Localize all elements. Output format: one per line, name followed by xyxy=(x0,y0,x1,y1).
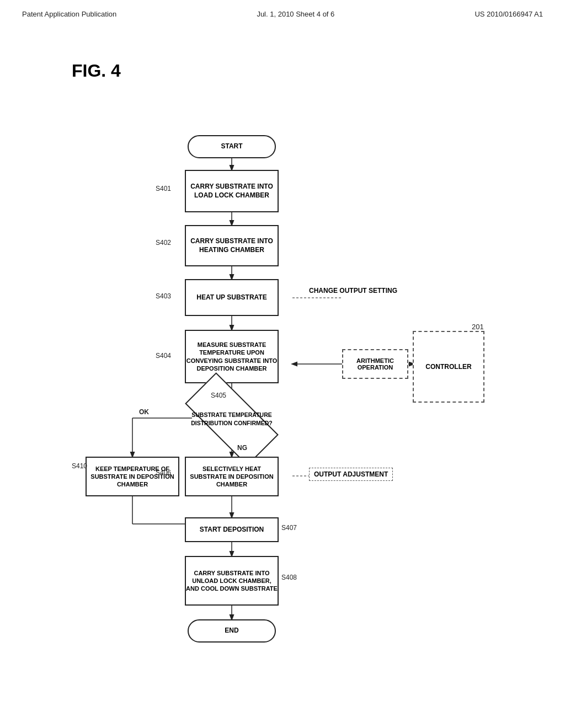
s408-box: CARRY SUBSTRATE INTO UNLOAD LOCK CHAMBER… xyxy=(185,556,279,606)
s410-box: KEEP TEMPERATURE OF SUBSTRATE IN DEPOSIT… xyxy=(86,457,179,496)
s403-box: HEAT UP SUBSTRATE xyxy=(185,279,279,316)
s407-label: S407 xyxy=(281,524,297,532)
s403-label: S403 xyxy=(156,292,171,300)
ng-label: NG xyxy=(237,444,247,452)
s406-box: SELECTIVELY HEAT SUBSTRATE IN DEPOSITION… xyxy=(185,457,279,496)
s405-label: S405 xyxy=(211,392,226,399)
controller-box: CONTROLLER xyxy=(413,331,484,403)
header-right: US 2010/0166947 A1 xyxy=(475,10,543,18)
change-output-label: CHANGE OUTPUT SETTING xyxy=(309,287,397,296)
s410-label: S410 xyxy=(72,462,87,470)
s402-box: CARRY SUBSTRATE INTO HEATING CHAMBER xyxy=(185,225,279,266)
s407-box: START DEPOSITION xyxy=(185,517,279,542)
s405-diamond: SUBSTRATE TEMPERATURE DISTRIBUTION CONFI… xyxy=(182,397,281,441)
ok-label: OK xyxy=(139,408,149,416)
header-center: Jul. 1, 2010 Sheet 4 of 6 xyxy=(257,10,334,18)
s401-label: S401 xyxy=(156,185,171,192)
s406-label: S406 xyxy=(156,469,171,477)
flowchart: START CARRY SUBSTRATE INTO LOAD LOCK CHA… xyxy=(0,50,565,711)
arithmetic-box: ARITHMETIC OPERATION xyxy=(342,349,408,379)
s404-label: S404 xyxy=(156,352,171,360)
s404-box: MEASURE SUBSTRATE TEMPERATURE UPON CONVE… xyxy=(185,330,279,383)
s402-label: S402 xyxy=(156,239,171,247)
s408-label: S408 xyxy=(281,574,297,581)
end-node: END xyxy=(188,619,276,643)
output-adjustment-label: OUTPUT ADJUSTMENT xyxy=(309,468,393,481)
header-left: Patent Application Publication xyxy=(22,10,116,18)
s401-box: CARRY SUBSTRATE INTO LOAD LOCK CHAMBER xyxy=(185,170,279,212)
start-node: START xyxy=(188,135,276,158)
ref201-label: 201 xyxy=(472,323,484,331)
page-header: Patent Application Publication Jul. 1, 2… xyxy=(0,0,565,24)
